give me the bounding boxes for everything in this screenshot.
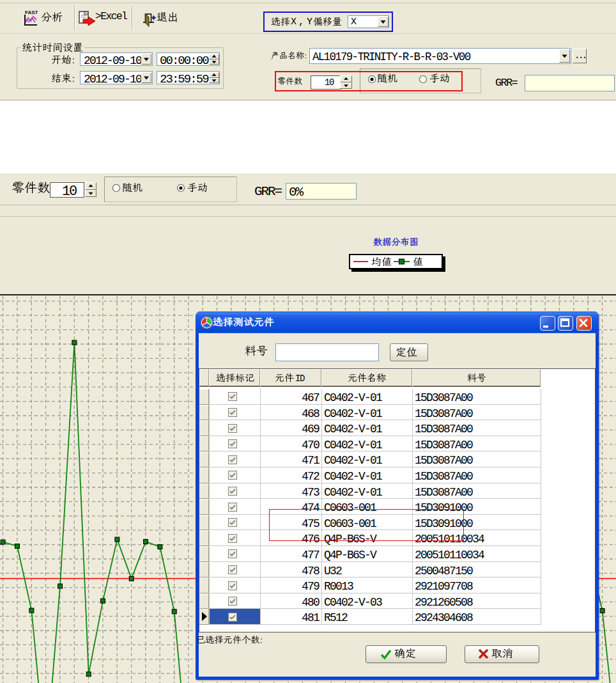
svg-text:FAST: FAST — [25, 10, 38, 15]
